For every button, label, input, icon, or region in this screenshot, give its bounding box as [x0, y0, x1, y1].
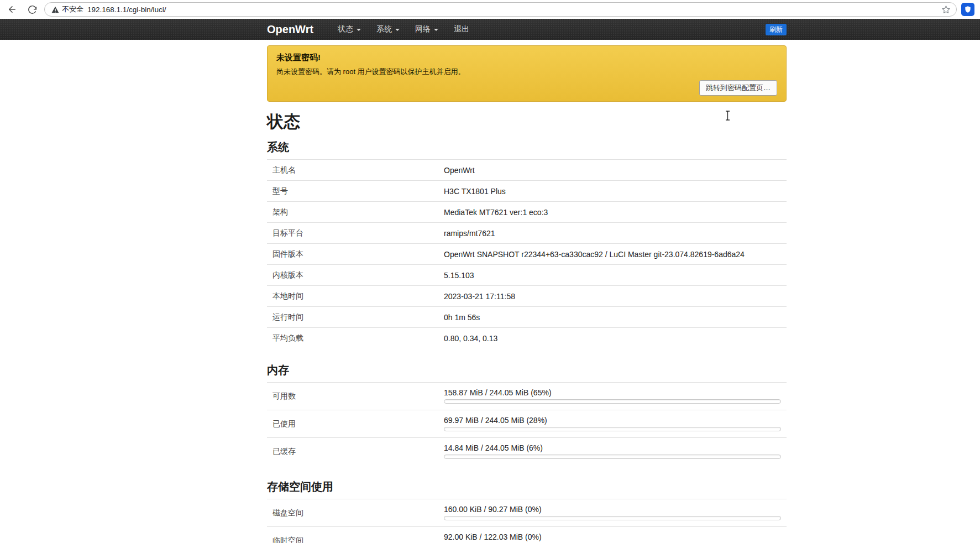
menu-status[interactable]: 状态	[330, 19, 369, 40]
row-value: MediaTek MT7621 ver:1 eco:3	[444, 208, 548, 217]
warning-message: 尚未设置密码。请为 root 用户设置密码以保护主机并启用。	[276, 67, 777, 77]
row-label: 平均负载	[267, 333, 444, 343]
row-value: OpenWrt SNAPSHOT r22344+63-ca330cac92 / …	[444, 250, 745, 259]
table-row: 目标平台 ramips/mt7621	[267, 222, 787, 243]
progress-bar	[444, 399, 781, 404]
row-label: 运行时间	[267, 312, 444, 322]
table-row: 平均负载 0.80, 0.34, 0.13	[267, 327, 787, 348]
bookmark-star-icon[interactable]	[941, 5, 951, 14]
row-label: 磁盘空间	[267, 508, 444, 518]
table-row: 临时空间 92.00 KiB / 122.03 MiB (0%)	[267, 526, 787, 543]
row-label: 固件版本	[267, 249, 444, 259]
row-label: 已使用	[267, 419, 444, 429]
row-value: 0h 1m 56s	[444, 313, 480, 322]
chevron-down-icon	[357, 29, 361, 31]
back-button[interactable]	[4, 2, 20, 17]
row-label: 已缓存	[267, 447, 444, 457]
back-arrow-icon	[7, 4, 17, 14]
table-row: 架构 MediaTek MT7621 ver:1 eco:3	[267, 201, 787, 222]
system-section-heading: 系统	[267, 140, 787, 155]
password-extension-icon[interactable]	[961, 3, 974, 16]
refresh-poll-badge[interactable]: 刷新	[766, 24, 787, 35]
browser-toolbar: 不安全 192.168.1.1/cgi-bin/luci/	[0, 0, 980, 19]
row-value: 158.87 MiB / 244.05 MiB (65%)	[444, 388, 781, 397]
table-row: 可用数 158.87 MiB / 244.05 MiB (65%)	[267, 382, 787, 410]
table-row: 主机名 OpenWrt	[267, 159, 787, 180]
table-row: 固件版本 OpenWrt SNAPSHOT r22344+63-ca330cac…	[267, 243, 787, 264]
row-label: 临时空间	[267, 536, 444, 543]
row-label: 内核版本	[267, 270, 444, 280]
no-password-warning-banner: 未设置密码! 尚未设置密码。请为 root 用户设置密码以保护主机并启用。 跳转…	[267, 45, 787, 102]
security-label: 不安全	[62, 4, 83, 14]
table-row: 已缓存 14.84 MiB / 244.05 MiB (6%)	[267, 437, 787, 465]
openwrt-navbar: OpenWrt 状态 系统 网络 退出 刷新	[0, 19, 980, 40]
menu-network-label: 网络	[415, 24, 431, 34]
table-row: 已使用 69.97 MiB / 244.05 MiB (28%)	[267, 410, 787, 437]
storage-section-heading: 存储空间使用	[267, 479, 787, 494]
address-bar[interactable]: 不安全 192.168.1.1/cgi-bin/luci/	[44, 2, 957, 17]
menu-logout-label: 退出	[454, 24, 469, 34]
table-row: 本地时间 2023-03-21 17:11:58	[267, 285, 787, 306]
memory-table: 可用数 158.87 MiB / 244.05 MiB (65%) 已使用 69…	[267, 382, 787, 465]
row-label: 目标平台	[267, 228, 444, 238]
row-label: 型号	[267, 186, 444, 196]
progress-bar	[444, 427, 781, 431]
row-value: 0.80, 0.34, 0.13	[444, 334, 497, 343]
menu-system-label: 系统	[376, 24, 392, 34]
go-to-password-config-button[interactable]: 跳转到密码配置页…	[699, 80, 777, 96]
main-content: 未设置密码! 尚未设置密码。请为 root 用户设置密码以保护主机并启用。 跳转…	[267, 45, 787, 543]
menu-logout[interactable]: 退出	[446, 19, 477, 40]
page-title: 状态	[267, 111, 787, 133]
brand-openwrt[interactable]: OpenWrt	[267, 23, 313, 36]
table-row: 型号 H3C TX1801 Plus	[267, 180, 787, 201]
security-chip[interactable]: 不安全	[51, 4, 83, 14]
row-value: ramips/mt7621	[444, 229, 495, 238]
reload-button[interactable]	[24, 2, 40, 17]
row-value: 160.00 KiB / 90.27 MiB (0%)	[444, 505, 781, 514]
menu-system[interactable]: 系统	[369, 19, 407, 40]
row-value: 2023-03-21 17:11:58	[444, 292, 515, 301]
menu-status-label: 状态	[338, 24, 353, 34]
table-row: 运行时间 0h 1m 56s	[267, 306, 787, 327]
progress-bar	[444, 516, 781, 520]
chevron-down-icon	[434, 29, 438, 31]
warning-triangle-icon	[51, 6, 59, 13]
progress-bar	[444, 455, 781, 459]
reload-icon	[28, 5, 37, 14]
chevron-down-icon	[395, 29, 400, 31]
row-value: 5.15.103	[444, 271, 474, 280]
system-table: 主机名 OpenWrt 型号 H3C TX1801 Plus 架构 MediaT…	[267, 159, 787, 348]
row-label: 本地时间	[267, 291, 444, 301]
table-row: 磁盘空间 160.00 KiB / 90.27 MiB (0%)	[267, 499, 787, 526]
row-value: 14.84 MiB / 244.05 MiB (6%)	[444, 443, 781, 452]
row-value: 69.97 MiB / 244.05 MiB (28%)	[444, 416, 781, 425]
menu-network[interactable]: 网络	[407, 19, 446, 40]
warning-title: 未设置密码!	[276, 53, 777, 63]
row-label: 主机名	[267, 165, 444, 175]
row-value: H3C TX1801 Plus	[444, 187, 506, 196]
row-value: OpenWrt	[444, 166, 475, 175]
row-value: 92.00 KiB / 122.03 MiB (0%)	[444, 532, 781, 541]
table-row: 内核版本 5.15.103	[267, 264, 787, 285]
url-text: 192.168.1.1/cgi-bin/luci/	[87, 6, 166, 14]
row-label: 可用数	[267, 391, 444, 401]
row-label: 架构	[267, 207, 444, 217]
storage-table: 磁盘空间 160.00 KiB / 90.27 MiB (0%) 临时空间 92…	[267, 499, 787, 543]
memory-section-heading: 内存	[267, 363, 787, 378]
